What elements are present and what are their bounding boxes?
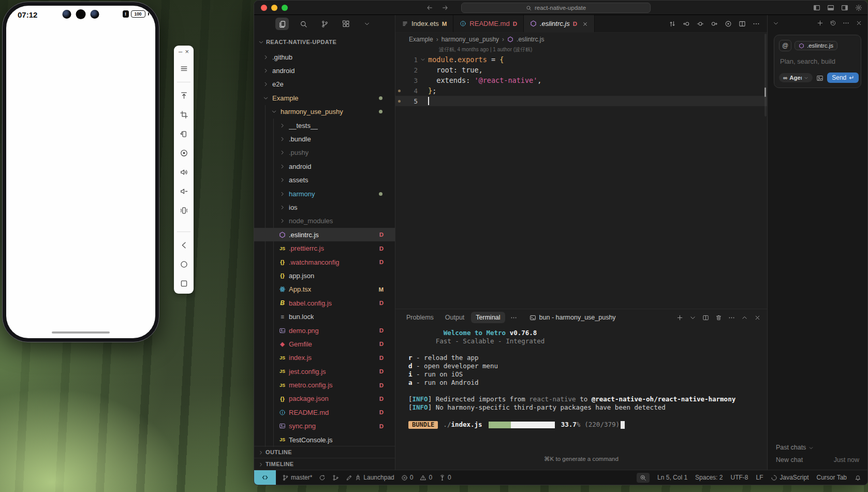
tree-item-jest.config.js[interactable]: JSjest.config.jsD — [254, 365, 395, 378]
code-line-1[interactable]: 1module.exports = { — [395, 54, 767, 65]
run-icon[interactable] — [725, 20, 732, 27]
remote-indicator[interactable] — [254, 470, 276, 485]
close-icon[interactable] — [754, 314, 761, 321]
status-indentation[interactable]: Spaces: 2 — [695, 474, 723, 481]
tree-item-.bundle[interactable]: .bundle — [254, 132, 395, 146]
tree-item-babel.config.js[interactable]: Bbabel.config.jsD — [254, 296, 395, 310]
tree-item-bun.lock[interactable]: ≡bun.lock — [254, 310, 395, 323]
status-cursor-tab[interactable]: Cursor Tab — [817, 474, 847, 481]
tree-item-e2e[interactable]: e2e — [254, 78, 395, 91]
back-button[interactable] — [174, 236, 194, 255]
arrow-left-icon[interactable] — [426, 4, 433, 11]
tree-item-.github[interactable]: .github — [254, 50, 395, 64]
tree-item-package.json[interactable]: {}package.jsonD — [254, 392, 395, 406]
send-button[interactable]: Send ↵ — [827, 73, 859, 83]
volume-down-button[interactable] — [174, 182, 194, 201]
chat-input-card[interactable]: @ .eslintrc.js Plan, search, build ∞ Age… — [774, 35, 861, 88]
timeline-section[interactable]: TIMELINE — [254, 458, 395, 470]
tab-.eslintrc.js[interactable]: .eslintrc.jsD — [524, 15, 595, 32]
code-line-2[interactable]: 2 root: true, — [395, 65, 767, 75]
terminal-output[interactable]: Welcome to Metro v0.76.8 Fast - Scalable… — [408, 329, 762, 429]
tree-item-sync.png[interactable]: sync.pngD — [254, 419, 395, 433]
chevron-up-icon[interactable] — [741, 314, 748, 321]
chevron-down-icon[interactable] — [773, 20, 779, 26]
ellipsis-icon[interactable] — [753, 20, 760, 27]
minimize-icon[interactable]: – — [179, 48, 182, 55]
split-icon[interactable] — [739, 20, 746, 27]
tree-item-.prettierrc.js[interactable]: JS.prettierrc.jsD — [254, 241, 395, 255]
command-center-search[interactable]: react-native-update — [461, 3, 651, 13]
tab-Index.ets[interactable]: Index.etsM — [395, 15, 453, 32]
chat-history-item[interactable]: New chat — [776, 456, 803, 464]
mode-selector[interactable]: ∞ Agent — [779, 73, 813, 82]
tree-item-.pushy[interactable]: .pushy — [254, 146, 395, 160]
tree-item-harmony[interactable]: harmony — [254, 187, 395, 200]
code-line-4[interactable]: 4}; — [395, 85, 767, 96]
home-button[interactable] — [174, 255, 194, 274]
status-errors[interactable]: 0 — [401, 474, 414, 481]
status-launchpad[interactable]: Launchpad — [346, 474, 394, 481]
breadcrumb[interactable]: Example›harmony_use_pushy›.eslintrc.js — [395, 34, 767, 45]
tree-item-.watchmanconfig[interactable]: {}.watchmanconfigD — [254, 255, 395, 269]
shake-button[interactable] — [174, 201, 194, 220]
status-cursor-position[interactable]: Ln 5, Col 1 — [657, 474, 687, 481]
code-line-3[interactable]: 3 extends: '@react-native', — [395, 75, 767, 85]
trash-icon[interactable] — [715, 314, 722, 321]
add-context-button[interactable]: @ — [779, 40, 791, 51]
tree-item-TestConsole.js[interactable]: JSTestConsole.js — [254, 433, 395, 446]
plus-icon[interactable] — [817, 20, 823, 26]
tree-item-app.json[interactable]: {}app.json — [254, 269, 395, 282]
recents-button[interactable] — [174, 274, 194, 293]
status-sync[interactable] — [319, 474, 326, 481]
status-ports[interactable]: 0 — [439, 474, 451, 481]
breadcrumb-item[interactable]: Example — [409, 36, 433, 43]
terminal-session[interactable]: bun - harmony_use_pushy — [529, 314, 616, 321]
maximize-window-button[interactable] — [282, 5, 288, 11]
tree-item-ios[interactable]: ios — [254, 200, 395, 214]
status-eol[interactable]: LF — [756, 474, 763, 481]
image-icon[interactable] — [816, 75, 823, 82]
split-icon[interactable] — [702, 314, 709, 321]
menu-button[interactable] — [174, 59, 194, 78]
status-encoding[interactable]: UTF-8 — [730, 474, 748, 481]
tab-README.md[interactable]: README.mdD — [453, 15, 524, 32]
gear-icon[interactable] — [855, 4, 862, 11]
tree-item-__tests__[interactable]: __tests__ — [254, 119, 395, 132]
panel-tabs-overflow[interactable] — [510, 313, 517, 322]
chat-input-placeholder[interactable]: Plan, search, build — [780, 57, 855, 65]
layout-left-icon[interactable] — [813, 4, 820, 11]
activity-extensions[interactable] — [339, 18, 352, 30]
status-language-mode[interactable]: JavaScript — [771, 474, 808, 481]
minimize-window-button[interactable] — [271, 5, 277, 11]
tree-item-node_modules[interactable]: node_modules — [254, 214, 395, 228]
tree-item-android[interactable]: android — [254, 64, 395, 77]
editor-scrollbar[interactable] — [764, 34, 767, 117]
top-button[interactable] — [174, 86, 194, 105]
phone-screen[interactable]: 07:12 ! 100 — [6, 6, 155, 338]
close-icon[interactable]: × — [185, 48, 189, 55]
status-git-graph[interactable] — [332, 474, 339, 481]
rotate-button[interactable] — [174, 124, 194, 143]
status-zoom[interactable] — [637, 473, 650, 483]
tree-item-.eslintrc.js[interactable]: .eslintrc.jsD — [254, 228, 395, 241]
activity-search[interactable] — [297, 18, 310, 30]
tree-item-harmony_use_pushy[interactable]: harmony_use_pushy — [254, 105, 395, 119]
tree-item-demo.png[interactable]: demo.pngD — [254, 324, 395, 337]
tree-item-README.md[interactable]: README.mdD — [254, 406, 395, 419]
close-tab-icon[interactable] — [582, 20, 588, 27]
code-line-5[interactable]: 5 — [395, 96, 767, 106]
git-blame-lens[interactable]: 波仔糕, 4 months ago | 1 author (波仔糕) — [439, 46, 532, 53]
panel-tab-Problems[interactable]: Problems — [402, 312, 438, 323]
record-button[interactable] — [174, 143, 194, 163]
past-chats-toggle[interactable]: Past chats — [768, 444, 867, 451]
activity-files[interactable] — [275, 18, 289, 30]
home-indicator[interactable] — [52, 331, 110, 334]
breadcrumb-item[interactable]: .eslintrc.js — [517, 36, 544, 43]
arrow-right-icon[interactable] — [442, 4, 449, 11]
breadcrumb-item[interactable]: harmony_use_pushy — [442, 36, 499, 43]
layout-bottom-icon[interactable] — [827, 4, 834, 11]
activity-chevron-down[interactable] — [360, 18, 374, 30]
explorer-root-header[interactable]: REACT-NATIVE-UPDATE — [254, 36, 395, 48]
outline-section[interactable]: OUTLINE — [254, 446, 395, 458]
tree-item-android[interactable]: android — [254, 160, 395, 173]
